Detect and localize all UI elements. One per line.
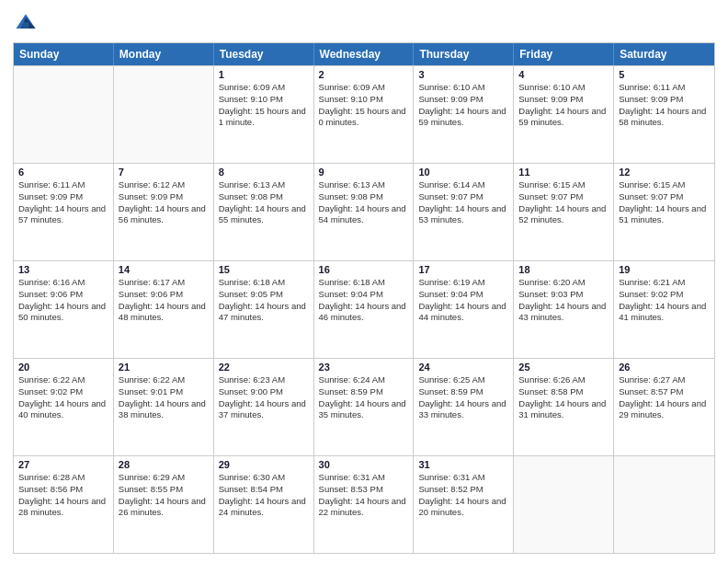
calendar-cell: 10Sunrise: 6:14 AMSunset: 9:07 PMDayligh…	[414, 164, 514, 260]
day-number: 1	[219, 69, 309, 80]
sunset-text: Sunset: 8:53 PM	[319, 484, 409, 496]
sunset-text: Sunset: 9:00 PM	[219, 386, 309, 398]
sunset-text: Sunset: 8:55 PM	[119, 484, 209, 496]
calendar-cell: 24Sunrise: 6:25 AMSunset: 8:59 PMDayligh…	[414, 359, 514, 455]
daylight-text: Daylight: 14 hours and 48 minutes.	[119, 301, 209, 325]
sunrise-text: Sunrise: 6:20 AM	[518, 277, 609, 289]
daylight-text: Daylight: 14 hours and 52 minutes.	[518, 203, 609, 227]
sunset-text: Sunset: 9:07 PM	[518, 191, 609, 203]
daylight-text: Daylight: 14 hours and 38 minutes.	[119, 398, 209, 422]
calendar-cell: 1Sunrise: 6:09 AMSunset: 9:10 PMDaylight…	[214, 66, 314, 163]
daylight-text: Daylight: 14 hours and 46 minutes.	[319, 301, 409, 325]
sunrise-text: Sunrise: 6:14 AM	[418, 179, 508, 191]
calendar-cell: 18Sunrise: 6:20 AMSunset: 9:03 PMDayligh…	[514, 261, 614, 358]
sunset-text: Sunset: 9:07 PM	[418, 191, 508, 203]
sunset-text: Sunset: 9:10 PM	[319, 94, 409, 106]
day-number: 5	[619, 69, 710, 80]
day-number: 28	[119, 459, 209, 470]
weekday-header: Wednesday	[314, 43, 415, 65]
sunrise-text: Sunrise: 6:15 AM	[619, 179, 710, 191]
sunset-text: Sunset: 8:59 PM	[418, 386, 508, 398]
sunset-text: Sunset: 9:02 PM	[18, 386, 108, 398]
sunrise-text: Sunrise: 6:17 AM	[119, 277, 209, 289]
calendar-cell: 15Sunrise: 6:18 AMSunset: 9:05 PMDayligh…	[214, 261, 314, 358]
sunrise-text: Sunrise: 6:26 AM	[518, 374, 609, 386]
weekday-header: Monday	[114, 43, 214, 65]
day-number: 9	[319, 167, 409, 178]
daylight-text: Daylight: 14 hours and 43 minutes.	[518, 301, 609, 325]
sunrise-text: Sunrise: 6:10 AM	[518, 82, 609, 94]
day-number: 11	[518, 167, 609, 178]
sunrise-text: Sunrise: 6:11 AM	[18, 179, 108, 191]
calendar-row: 1Sunrise: 6:09 AMSunset: 9:10 PMDaylight…	[14, 65, 714, 163]
sunrise-text: Sunrise: 6:28 AM	[18, 472, 108, 484]
sunrise-text: Sunrise: 6:22 AM	[119, 374, 209, 386]
calendar-cell: 11Sunrise: 6:15 AMSunset: 9:07 PMDayligh…	[514, 164, 614, 260]
day-number: 31	[418, 459, 508, 470]
calendar-row: 6Sunrise: 6:11 AMSunset: 9:09 PMDaylight…	[14, 163, 714, 260]
sunset-text: Sunset: 8:52 PM	[418, 484, 508, 496]
day-number: 8	[219, 167, 309, 178]
daylight-text: Daylight: 14 hours and 28 minutes.	[18, 496, 108, 520]
sunset-text: Sunset: 9:05 PM	[219, 289, 309, 301]
sunset-text: Sunset: 8:59 PM	[319, 386, 409, 398]
calendar-cell: 21Sunrise: 6:22 AMSunset: 9:01 PMDayligh…	[114, 359, 214, 455]
sunrise-text: Sunrise: 6:27 AM	[619, 374, 710, 386]
daylight-text: Daylight: 14 hours and 31 minutes.	[518, 398, 609, 422]
sunrise-text: Sunrise: 6:11 AM	[619, 82, 710, 94]
day-number: 20	[18, 362, 108, 373]
sunrise-text: Sunrise: 6:22 AM	[18, 374, 108, 386]
sunrise-text: Sunrise: 6:18 AM	[319, 277, 409, 289]
header	[13, 9, 715, 35]
calendar-cell: 25Sunrise: 6:26 AMSunset: 8:58 PMDayligh…	[514, 359, 614, 455]
day-number: 21	[119, 362, 209, 373]
calendar-cell: 29Sunrise: 6:30 AMSunset: 8:54 PMDayligh…	[214, 456, 314, 553]
sunset-text: Sunset: 9:09 PM	[18, 191, 108, 203]
calendar-cell: 4Sunrise: 6:10 AMSunset: 9:09 PMDaylight…	[514, 66, 614, 163]
weekday-header: Sunday	[14, 43, 114, 65]
sunset-text: Sunset: 9:01 PM	[119, 386, 209, 398]
day-number: 7	[119, 167, 209, 178]
daylight-text: Daylight: 14 hours and 59 minutes.	[518, 106, 609, 130]
sunrise-text: Sunrise: 6:30 AM	[219, 472, 309, 484]
daylight-text: Daylight: 14 hours and 59 minutes.	[418, 106, 508, 130]
daylight-text: Daylight: 14 hours and 35 minutes.	[319, 398, 409, 422]
sunrise-text: Sunrise: 6:31 AM	[418, 472, 508, 484]
weekday-header: Tuesday	[214, 43, 314, 65]
day-number: 2	[319, 69, 409, 80]
day-number: 23	[319, 362, 409, 373]
day-number: 18	[518, 264, 609, 275]
daylight-text: Daylight: 15 hours and 1 minute.	[219, 106, 309, 130]
day-number: 15	[219, 264, 309, 275]
sunset-text: Sunset: 8:57 PM	[619, 386, 710, 398]
sunrise-text: Sunrise: 6:23 AM	[219, 374, 309, 386]
calendar-cell: 12Sunrise: 6:15 AMSunset: 9:07 PMDayligh…	[614, 164, 714, 260]
calendar-cell: 7Sunrise: 6:12 AMSunset: 9:09 PMDaylight…	[114, 164, 214, 260]
day-number: 16	[319, 264, 409, 275]
sunset-text: Sunset: 9:09 PM	[418, 94, 508, 106]
calendar-cell: 27Sunrise: 6:28 AMSunset: 8:56 PMDayligh…	[14, 456, 114, 553]
daylight-text: Daylight: 14 hours and 26 minutes.	[119, 496, 209, 520]
weekday-header: Friday	[514, 43, 614, 65]
svg-rect-2	[23, 22, 29, 29]
sunset-text: Sunset: 9:09 PM	[119, 191, 209, 203]
sunset-text: Sunset: 9:02 PM	[619, 289, 710, 301]
sunset-text: Sunset: 9:03 PM	[518, 289, 609, 301]
page: SundayMondayTuesdayWednesdayThursdayFrid…	[0, 0, 728, 563]
daylight-text: Daylight: 14 hours and 33 minutes.	[418, 398, 508, 422]
sunset-text: Sunset: 9:04 PM	[319, 289, 409, 301]
calendar-cell	[114, 66, 214, 163]
sunset-text: Sunset: 9:06 PM	[119, 289, 209, 301]
calendar-row: 27Sunrise: 6:28 AMSunset: 8:56 PMDayligh…	[14, 455, 714, 553]
day-number: 6	[18, 167, 108, 178]
calendar-cell: 22Sunrise: 6:23 AMSunset: 9:00 PMDayligh…	[214, 359, 314, 455]
sunrise-text: Sunrise: 6:18 AM	[219, 277, 309, 289]
calendar-cell: 20Sunrise: 6:22 AMSunset: 9:02 PMDayligh…	[14, 359, 114, 455]
sunset-text: Sunset: 9:07 PM	[619, 191, 710, 203]
weekday-header: Saturday	[614, 43, 714, 65]
calendar-header: SundayMondayTuesdayWednesdayThursdayFrid…	[14, 43, 714, 65]
sunrise-text: Sunrise: 6:13 AM	[319, 179, 409, 191]
daylight-text: Daylight: 14 hours and 55 minutes.	[219, 203, 309, 227]
daylight-text: Daylight: 15 hours and 0 minutes.	[319, 106, 409, 130]
sunset-text: Sunset: 9:08 PM	[219, 191, 309, 203]
